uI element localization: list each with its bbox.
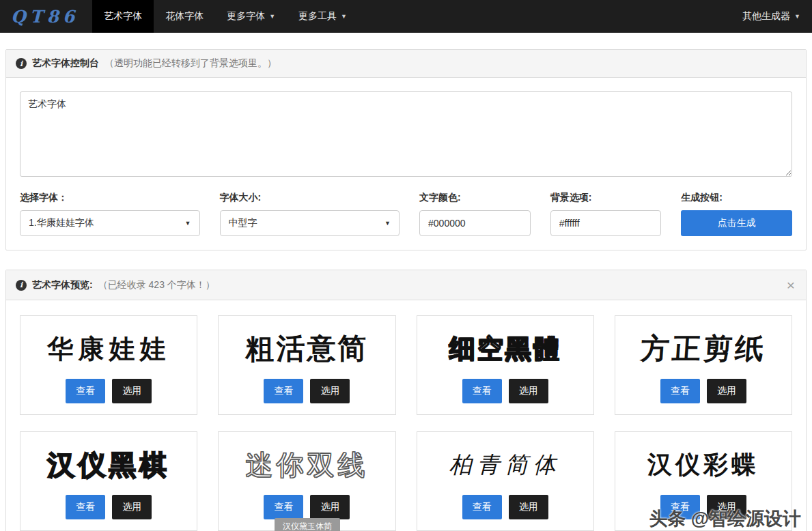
preview-panel: i 艺术字体预览: （已经收录 423 个字体！） × 华康娃娃 查看 选用 粗… xyxy=(5,270,807,531)
nav-item-label: 更多字体 xyxy=(227,10,265,23)
nav-item-more-tools[interactable]: 更多工具 ▼ xyxy=(287,0,359,33)
generate-button[interactable]: 点击生成 xyxy=(681,210,792,236)
view-button[interactable]: 查看 xyxy=(264,379,303,403)
console-form-row: 选择字体： 1.华康娃娃字体 ▼ 字体大小: 中型字 ▼ 文字颜色: 背景选项: xyxy=(20,192,792,236)
use-button[interactable]: 选用 xyxy=(707,379,746,403)
font-preview-image: 柏青简体 xyxy=(424,443,587,487)
console-panel-title: 艺术字体控制台 xyxy=(32,57,99,70)
generate-field: 生成按钮: 点击生成 xyxy=(681,192,792,236)
nav-item-art-font[interactable]: 艺术字体 xyxy=(92,0,154,33)
font-select-value: 1.华康娃娃字体 xyxy=(29,217,94,229)
art-text-input[interactable]: 艺术字体 xyxy=(20,91,792,177)
card-buttons: 查看 选用 xyxy=(424,379,587,403)
use-button[interactable]: 选用 xyxy=(509,379,548,403)
card-buttons: 查看 选用 xyxy=(27,379,190,403)
nav-item-label: 花体字体 xyxy=(165,10,204,23)
size-select-label: 字体大小: xyxy=(220,192,400,204)
font-card: 华康娃娃 查看 选用 xyxy=(20,315,197,415)
view-button[interactable]: 查看 xyxy=(660,379,700,403)
font-preview-image: 汉仪彩蝶 xyxy=(622,443,785,487)
preview-panel-title: 艺术字体预览: xyxy=(32,279,93,291)
font-card: 汉仪黑棋 查看 选用 xyxy=(20,431,197,531)
chevron-down-icon: ▼ xyxy=(794,14,800,20)
nav-item-more-fonts[interactable]: 更多字体 ▼ xyxy=(215,0,287,33)
view-button[interactable]: 查看 xyxy=(66,495,105,519)
chevron-down-icon: ▼ xyxy=(384,220,391,227)
view-button[interactable]: 查看 xyxy=(462,495,502,519)
use-button[interactable]: 选用 xyxy=(509,495,548,519)
font-preview-image: 华康娃娃 xyxy=(27,327,190,371)
site-logo[interactable]: QT86 xyxy=(0,0,92,33)
console-panel-body: 艺术字体 选择字体： 1.华康娃娃字体 ▼ 字体大小: 中型字 ▼ 文字颜色: xyxy=(6,78,806,250)
text-color-input[interactable] xyxy=(419,210,531,236)
font-preview-image: 细空黑體 xyxy=(424,327,587,371)
chevron-down-icon: ▼ xyxy=(341,14,347,20)
font-select[interactable]: 1.华康娃娃字体 ▼ xyxy=(20,210,200,236)
size-select-value: 中型字 xyxy=(229,217,257,229)
use-button[interactable]: 选用 xyxy=(310,495,350,519)
font-card: 细空黑體 查看 选用 xyxy=(417,315,594,415)
background-option-label: 背景选项: xyxy=(550,192,662,204)
use-button[interactable]: 选用 xyxy=(112,379,152,403)
use-button[interactable]: 选用 xyxy=(112,495,152,519)
navbar: QT86 艺术字体 花体字体 更多字体 ▼ 更多工具 ▼ 其他生成器 ▼ xyxy=(0,0,812,33)
generate-label: 生成按钮: xyxy=(681,192,792,204)
font-card: 柏青简体 查看 选用 xyxy=(417,431,594,531)
nav-item-label: 其他生成器 xyxy=(742,10,790,23)
view-button[interactable]: 查看 xyxy=(462,379,502,403)
font-preview-image: 迷你双线 xyxy=(225,443,388,487)
preview-panel-subtitle: （已经收录 423 个字体！） xyxy=(98,279,215,291)
info-icon: i xyxy=(16,58,27,69)
font-preview-image: 汉仪黑棋 xyxy=(27,443,190,487)
background-color-input[interactable] xyxy=(550,210,662,236)
nav-item-label: 更多工具 xyxy=(298,10,337,23)
chevron-down-icon: ▼ xyxy=(269,14,275,20)
nav-item-label: 艺术字体 xyxy=(104,10,142,23)
card-buttons: 查看 选用 xyxy=(27,495,190,519)
font-name-tooltip: 汉仪黛玉体简 xyxy=(275,518,340,531)
card-buttons: 查看 选用 xyxy=(622,379,785,403)
font-card: 粗活意简 查看 选用 xyxy=(218,315,395,415)
nav-item-other-generators[interactable]: 其他生成器 ▼ xyxy=(731,0,812,33)
chevron-down-icon: ▼ xyxy=(185,220,191,227)
font-select-label: 选择字体： xyxy=(20,192,200,204)
card-buttons: 查看 选用 xyxy=(225,379,388,403)
nav-item-flower-font[interactable]: 花体字体 xyxy=(154,0,215,33)
text-color-field: 文字颜色: xyxy=(419,192,531,236)
info-icon: i xyxy=(16,280,27,291)
size-select-field: 字体大小: 中型字 ▼ xyxy=(220,192,400,236)
view-button[interactable]: 查看 xyxy=(264,495,303,519)
card-buttons: 查看 选用 xyxy=(424,495,587,519)
font-card: 方正剪纸 查看 选用 xyxy=(615,315,792,415)
font-card: 迷你双线 查看 选用 xyxy=(218,431,395,531)
font-select-field: 选择字体： 1.华康娃娃字体 ▼ xyxy=(20,192,200,236)
console-panel: i 艺术字体控制台 （透明功能已经转移到了背景选项里。） 艺术字体 选择字体： … xyxy=(5,49,807,250)
text-color-label: 文字颜色: xyxy=(419,192,531,204)
use-button[interactable]: 选用 xyxy=(310,379,350,403)
background-option-field: 背景选项: xyxy=(550,192,662,236)
font-preview-image: 粗活意简 xyxy=(225,327,388,371)
console-panel-subtitle: （透明功能已经转移到了背景选项里。） xyxy=(104,57,277,70)
close-icon[interactable]: × xyxy=(785,278,796,292)
font-preview-image: 方正剪纸 xyxy=(621,327,787,371)
watermark: 头条 @智绘源设计 xyxy=(649,506,801,531)
size-select[interactable]: 中型字 ▼ xyxy=(220,210,400,236)
console-panel-header: i 艺术字体控制台 （透明功能已经转移到了背景选项里。） xyxy=(6,50,806,78)
view-button[interactable]: 查看 xyxy=(66,379,105,403)
preview-panel-header: i 艺术字体预览: （已经收录 423 个字体！） × xyxy=(6,270,806,300)
card-buttons: 查看 选用 xyxy=(225,495,388,519)
font-card-grid: 华康娃娃 查看 选用 粗活意简 查看 选用 细空黑體 查看 选用 方正剪纸 查看 xyxy=(6,300,806,531)
